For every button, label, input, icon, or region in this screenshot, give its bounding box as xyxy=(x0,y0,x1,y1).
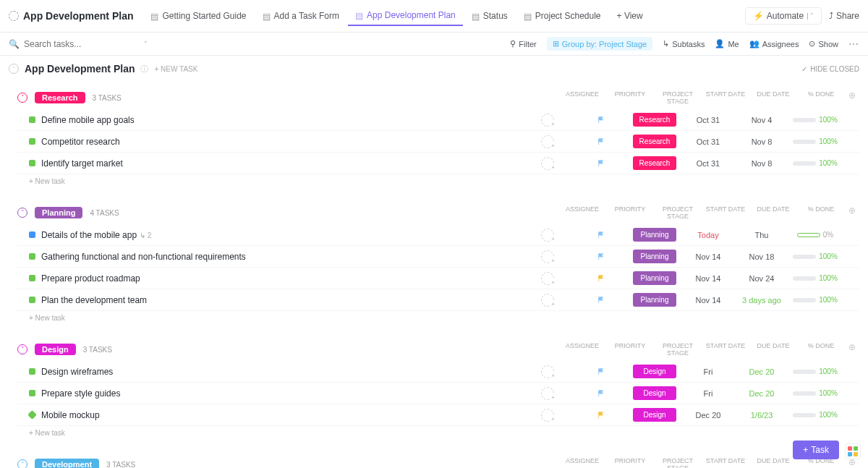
percent-done[interactable]: 100% xyxy=(791,389,839,397)
percent-done[interactable]: 0% xyxy=(791,231,839,239)
hide-closed-toggle[interactable]: ✓ HIDE CLOSED xyxy=(801,65,859,73)
avatar-empty-icon[interactable] xyxy=(541,229,554,242)
stage-cell[interactable]: Planning xyxy=(631,228,678,242)
status-square[interactable] xyxy=(29,275,35,281)
avatar-empty-icon[interactable] xyxy=(541,250,554,263)
status-square[interactable] xyxy=(29,138,35,145)
assignee-cell[interactable] xyxy=(524,114,571,127)
avatar-empty-icon[interactable] xyxy=(541,135,554,148)
add-column-icon[interactable]: ⊕ xyxy=(845,205,859,220)
stage-cell[interactable]: Design xyxy=(631,365,678,378)
start-date[interactable]: Nov 14 xyxy=(684,274,732,283)
task-row[interactable]: Prepare style guidesDesignFriDec 20100% xyxy=(17,383,859,404)
stage-cell[interactable]: Research xyxy=(631,113,678,127)
start-date[interactable]: Oct 31 xyxy=(684,116,732,124)
percent-done[interactable]: 100% xyxy=(791,274,839,282)
collapse-caret-icon[interactable]: ˅ xyxy=(17,93,27,103)
start-date[interactable]: Oct 31 xyxy=(684,159,732,168)
task-row[interactable]: Details of the mobile app↳ 2PlanningToda… xyxy=(17,224,859,246)
percent-done[interactable]: 100% xyxy=(791,159,839,167)
avatar-empty-icon[interactable] xyxy=(541,157,554,170)
start-date[interactable]: Nov 14 xyxy=(684,296,732,305)
avatar-empty-icon[interactable] xyxy=(541,272,554,285)
task-name[interactable]: Design wireframes xyxy=(41,367,518,377)
due-date[interactable]: Nov 18 xyxy=(738,252,786,261)
due-date[interactable]: 3 days ago xyxy=(738,296,786,305)
percent-done[interactable]: 100% xyxy=(791,367,839,375)
assignee-cell[interactable] xyxy=(524,157,571,170)
assignees-button[interactable]: 👥Assignees xyxy=(749,39,799,48)
task-row[interactable]: Mobile mockupDesignDec 201/6/23100% xyxy=(17,404,859,426)
due-date[interactable]: Nov 24 xyxy=(738,274,786,283)
avatar-empty-icon[interactable] xyxy=(541,387,554,400)
priority-cell[interactable] xyxy=(577,160,625,167)
show-button[interactable]: ⊙Show xyxy=(809,39,838,48)
stage-pill[interactable]: Development xyxy=(35,459,99,468)
start-date[interactable]: Today xyxy=(684,231,732,239)
new-task-link[interactable]: + New task xyxy=(29,311,859,325)
more-icon[interactable]: ⋯ xyxy=(848,38,859,50)
start-date[interactable]: Oct 31 xyxy=(684,137,732,146)
start-date[interactable]: Fri xyxy=(684,389,732,398)
status-square[interactable] xyxy=(29,297,35,303)
collapse-icon[interactable]: ˅ xyxy=(9,64,19,74)
task-name[interactable]: Prepare style guides xyxy=(41,388,518,399)
task-row[interactable]: Competitor researchResearchOct 31Nov 810… xyxy=(17,131,859,153)
task-row[interactable]: Prepare product roadmapPlanningNov 14Nov… xyxy=(17,268,859,289)
stage-cell[interactable]: Research xyxy=(631,156,678,170)
stage-cell[interactable]: Design xyxy=(631,386,678,400)
assignee-cell[interactable] xyxy=(524,294,571,307)
stage-cell[interactable]: Planning xyxy=(631,293,678,307)
collapse-caret-icon[interactable]: ˅ xyxy=(17,344,27,354)
chevron-down-icon[interactable]: ˅ xyxy=(144,41,148,48)
start-date[interactable]: Fri xyxy=(684,367,732,376)
subtasks-button[interactable]: ↳Subtasks xyxy=(663,39,705,48)
stage-pill[interactable]: Planning xyxy=(35,207,82,218)
status-square[interactable] xyxy=(29,231,35,238)
status-square[interactable] xyxy=(29,390,35,396)
task-name[interactable]: Details of the mobile app↳ 2 xyxy=(41,230,518,240)
tab-getting-started-guide[interactable]: ▤Getting Started Guide xyxy=(143,6,253,26)
task-name[interactable]: Identify target market xyxy=(41,158,518,169)
task-name[interactable]: Gathering functional and non-functional … xyxy=(41,252,518,262)
automate-button[interactable]: ⚡ Automate | ˅ xyxy=(745,7,822,25)
tab-add-a-task-form[interactable]: ▤Add a Task Form xyxy=(255,6,346,26)
status-square[interactable] xyxy=(29,116,35,123)
tab-status[interactable]: ▤Status xyxy=(464,6,515,26)
priority-cell[interactable] xyxy=(577,116,625,124)
apps-button[interactable] xyxy=(845,443,861,459)
percent-done[interactable]: 100% xyxy=(791,116,839,124)
tab-project-schedule[interactable]: ▤Project Schedule xyxy=(516,6,608,26)
percent-done[interactable]: 100% xyxy=(791,296,839,304)
group-by-button[interactable]: ⊞Group by: Project Stage xyxy=(547,37,652,51)
due-date[interactable]: Dec 20 xyxy=(738,367,786,376)
due-date[interactable]: Dec 20 xyxy=(738,389,786,398)
add-column-icon[interactable]: ⊕ xyxy=(845,342,859,357)
status-square[interactable] xyxy=(29,160,35,166)
avatar-empty-icon[interactable] xyxy=(541,114,554,127)
avatar-empty-icon[interactable] xyxy=(541,365,554,378)
subtask-indicator[interactable]: ↳ 2 xyxy=(140,231,151,239)
assignee-cell[interactable] xyxy=(524,250,571,263)
collapse-caret-icon[interactable]: ˅ xyxy=(17,459,27,468)
status-square[interactable] xyxy=(29,368,35,375)
task-row[interactable]: Gathering functional and non-functional … xyxy=(17,246,859,268)
start-date[interactable]: Dec 20 xyxy=(684,411,732,420)
task-row[interactable]: Design wireframesDesignFriDec 20100% xyxy=(17,361,859,383)
info-icon[interactable]: ⓘ xyxy=(140,64,148,75)
priority-cell[interactable] xyxy=(577,253,625,260)
new-task-link[interactable]: + New task xyxy=(29,174,859,188)
task-row[interactable]: Plan the development teamPlanningNov 143… xyxy=(17,289,859,311)
page-new-task[interactable]: + NEW TASK xyxy=(154,65,197,73)
assignee-cell[interactable] xyxy=(524,365,571,378)
status-square[interactable] xyxy=(27,410,37,420)
stage-cell[interactable]: Planning xyxy=(631,271,678,285)
new-task-float-button[interactable]: + Task xyxy=(793,441,839,459)
priority-cell[interactable] xyxy=(577,297,625,304)
stage-cell[interactable]: Design xyxy=(631,408,678,422)
task-name[interactable]: Define mobile app goals xyxy=(41,115,518,125)
due-date[interactable]: Nov 8 xyxy=(738,159,786,168)
percent-done[interactable]: 100% xyxy=(791,137,839,145)
assignee-cell[interactable] xyxy=(524,387,571,400)
task-row[interactable]: Define mobile app goalsResearchOct 31Nov… xyxy=(17,109,859,131)
